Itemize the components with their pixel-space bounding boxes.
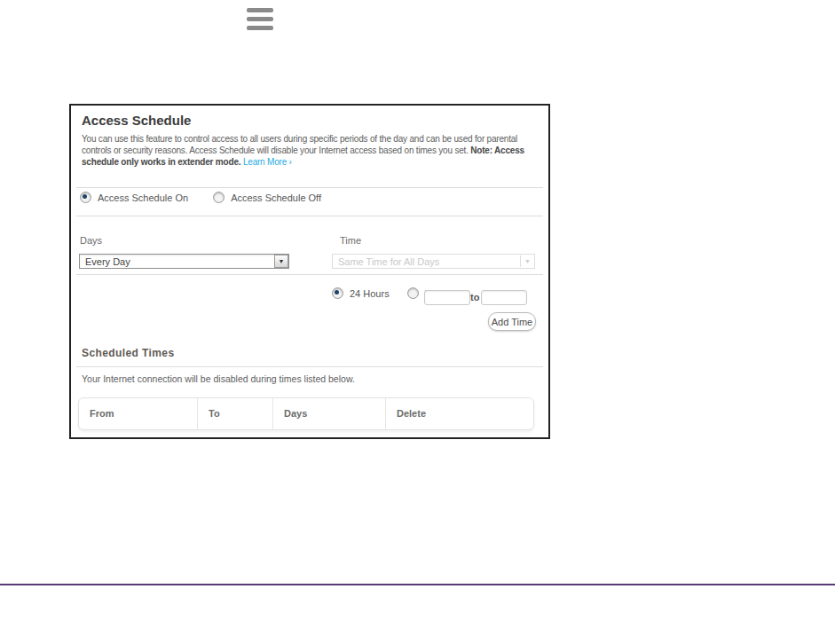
column-header-to: To: [198, 398, 273, 429]
divider: [76, 216, 543, 216]
scheduled-times-note: Your Internet connection will be disable…: [82, 373, 355, 384]
description-text: You can use this feature to control acce…: [82, 133, 540, 168]
from-time-input[interactable]: [424, 290, 470, 305]
chevron-down-icon[interactable]: ▼: [274, 255, 288, 268]
from-radio[interactable]: [407, 287, 419, 299]
divider: [76, 366, 543, 367]
menu-bar: [247, 26, 273, 30]
hamburger-menu-icon[interactable]: [247, 8, 273, 30]
24-hours-radio[interactable]: [332, 287, 343, 299]
schedule-on-label[interactable]: Access Schedule On: [98, 192, 188, 203]
days-select[interactable]: Every Day ▼: [79, 254, 289, 269]
schedule-on-radio[interactable]: [80, 192, 91, 203]
to-label: to: [470, 292, 479, 302]
divider: [76, 274, 543, 275]
days-field-label: Days: [80, 235, 102, 246]
footer-accent-line: [0, 584, 835, 585]
scheduled-times-title: Scheduled Times: [82, 347, 174, 359]
page-title: Access Schedule: [82, 113, 191, 128]
add-time-button[interactable]: Add Time: [488, 312, 536, 331]
access-schedule-panel: Access Schedule You can use this feature…: [69, 104, 550, 439]
24-hours-label[interactable]: 24 Hours: [350, 288, 390, 299]
description-body: You can use this feature to control acce…: [82, 134, 517, 155]
divider: [76, 187, 543, 188]
chevron-down-icon: ▼: [520, 255, 534, 267]
menu-bar: [247, 17, 273, 21]
menu-bar: [247, 8, 273, 12]
schedule-onoff-group: Access Schedule On Access Schedule Off: [80, 192, 321, 203]
to-time-input[interactable]: [481, 290, 527, 305]
learn-more-link[interactable]: Learn More ›: [243, 157, 292, 167]
schedule-off-label[interactable]: Access Schedule Off: [231, 192, 321, 203]
column-header-delete: Delete: [386, 398, 533, 429]
days-select-value: Every Day: [80, 256, 274, 267]
time-field-label: Time: [340, 235, 361, 246]
time-select-value: Same Time for All Days: [333, 256, 520, 267]
scheduled-times-table: From To Days Delete: [78, 397, 534, 430]
column-header-days: Days: [273, 398, 386, 429]
column-header-from: From: [79, 398, 198, 429]
time-select: Same Time for All Days ▼: [332, 254, 535, 269]
schedule-off-radio[interactable]: [213, 192, 225, 203]
